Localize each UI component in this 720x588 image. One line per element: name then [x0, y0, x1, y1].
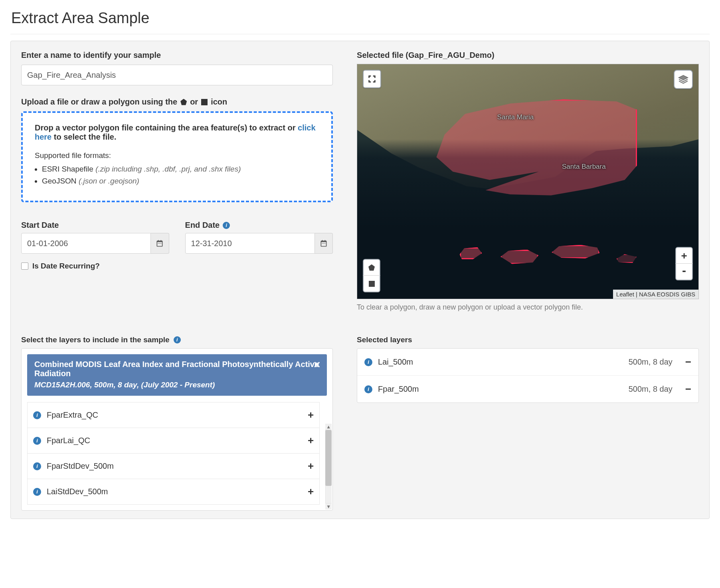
available-layers-panel: Combined MODIS Leaf Area Index and Fract…	[21, 348, 333, 511]
list-item: GeoJSON (.json or .geojson)	[42, 177, 319, 185]
start-date-input[interactable]	[21, 233, 151, 254]
map-attribution: Leaflet | NASA EOSDIS GIBS	[613, 290, 698, 299]
sample-name-input[interactable]	[21, 65, 333, 85]
selected-layer-name: Fpar_500m	[378, 385, 419, 394]
start-date-group	[21, 233, 169, 254]
sample-name-label: Enter a name to identify your sample	[21, 51, 333, 60]
select-layers-label: Select the layers to include in the samp…	[21, 335, 170, 344]
layer-item-name: LaiStdDev_500m	[47, 487, 108, 496]
info-icon[interactable]: i	[174, 336, 181, 343]
upload-hint-or: or	[190, 97, 198, 107]
add-layer-button[interactable]: +	[308, 460, 314, 472]
left-column: Enter a name to identify your sample Upl…	[21, 51, 333, 312]
map-preview[interactable]: Santa Maria Santa Barbara	[357, 64, 699, 299]
map-draw-tools	[363, 259, 380, 292]
end-date-label: End Date i	[185, 221, 333, 230]
available-layer-list: i FparExtra_QC + i FparLai_QC + i FparSt…	[27, 402, 320, 505]
map-layers-button[interactable]	[674, 70, 693, 89]
dropzone-format-list: ESRI Shapefile (.zip including .shp, .db…	[42, 165, 319, 185]
scroll-up-arrow[interactable]: ▲	[325, 424, 332, 430]
close-icon: ✕	[313, 360, 320, 370]
selected-layer-meta: 500m, 8 day	[629, 357, 673, 367]
selected-layer-row: i Fpar_500m 500m, 8 day −	[357, 376, 698, 403]
available-layers-column: Select the layers to include in the samp…	[21, 335, 333, 511]
calendar-icon	[320, 239, 328, 247]
layer-item[interactable]: i FparStdDev_500m +	[27, 454, 320, 479]
end-date-picker-button[interactable]	[315, 233, 333, 254]
layer-item-name: FparLai_QC	[47, 436, 90, 445]
dropzone-text-suffix: to select the file.	[54, 132, 117, 141]
square-icon	[369, 281, 375, 287]
minus-icon: -	[682, 264, 686, 276]
layer-item[interactable]: i LaiStdDev_500m +	[27, 479, 320, 505]
remove-layer-button[interactable]: −	[685, 383, 691, 395]
remove-layer-button[interactable]: −	[685, 356, 691, 368]
layer-item-name: FparExtra_QC	[47, 410, 98, 420]
info-icon[interactable]: i	[33, 462, 41, 470]
map-label-santa-barbara: Santa Barbara	[562, 163, 606, 171]
layer-item-name: FparStdDev_500m	[47, 462, 114, 471]
info-icon[interactable]: i	[364, 385, 372, 393]
info-icon[interactable]: i	[364, 358, 372, 366]
dropzone-text-prefix: Drop a vector polygon file containing th…	[35, 123, 295, 132]
plus-icon: +	[308, 485, 314, 497]
upload-hint: Upload a file or draw a polygon using th…	[21, 97, 333, 107]
start-date-label: Start Date	[21, 221, 169, 230]
page-divider	[10, 34, 710, 34]
info-icon[interactable]: i	[33, 488, 41, 496]
info-icon[interactable]: i	[33, 437, 41, 445]
polygon-draw-icon	[180, 99, 187, 105]
selected-layers-label: Selected layers	[357, 335, 699, 344]
file-dropzone[interactable]: Drop a vector polygon file containing th…	[21, 111, 333, 202]
main-panel: Enter a name to identify your sample Upl…	[10, 41, 710, 519]
selected-layer-meta: 500m, 8 day	[629, 385, 673, 394]
plus-icon: +	[308, 434, 314, 446]
map-draw-rectangle-button[interactable]	[363, 276, 380, 292]
minus-icon: −	[685, 383, 691, 395]
map-zoom-controls: + -	[675, 247, 693, 280]
list-item: ESRI Shapefile (.zip including .shp, .db…	[42, 165, 319, 174]
map-fullscreen-button[interactable]	[363, 70, 381, 88]
selected-layers-column: Selected layers i Lai_500m 500m, 8 day −…	[357, 335, 699, 511]
map-clear-note: To clear a polygon, draw a new polygon o…	[357, 303, 699, 312]
selected-layer-name: Lai_500m	[378, 357, 413, 367]
layer-item[interactable]: i FparLai_QC +	[27, 428, 320, 454]
map-label-santa-maria: Santa Maria	[497, 113, 534, 121]
upload-hint-prefix: Upload a file or draw a polygon using th…	[21, 97, 177, 107]
plus-icon: +	[681, 251, 687, 261]
selected-file-title: Selected file (Gap_Fire_AGU_Demo)	[357, 51, 699, 60]
calendar-icon	[156, 239, 164, 247]
end-date-group	[185, 233, 333, 254]
layers-icon	[678, 74, 688, 85]
start-date-picker-button[interactable]	[151, 233, 169, 254]
add-layer-button[interactable]: +	[308, 409, 314, 421]
add-layer-button[interactable]: +	[308, 434, 314, 447]
selected-layer-row: i Lai_500m 500m, 8 day −	[357, 349, 698, 376]
right-column: Selected file (Gap_Fire_AGU_Demo) Santa …	[357, 51, 699, 312]
layer-product-header[interactable]: Combined MODIS Leaf Area Index and Fract…	[27, 354, 327, 396]
info-icon[interactable]: i	[223, 222, 230, 229]
map-zoom-out-button[interactable]: -	[675, 264, 693, 280]
plus-icon: +	[308, 409, 314, 421]
info-icon[interactable]: i	[33, 411, 41, 419]
upload-hint-suffix: icon	[211, 97, 227, 107]
remove-product-button[interactable]: ✕	[313, 360, 320, 370]
selected-layer-list: i Lai_500m 500m, 8 day − i Fpar_500m 500…	[357, 348, 699, 403]
recurring-date-row[interactable]: Is Date Recurring?	[21, 262, 333, 270]
layer-product-subtitle: MCD15A2H.006, 500m, 8 day, (July 2002 - …	[34, 381, 320, 389]
polygon-icon	[368, 264, 375, 271]
map-draw-polygon-button[interactable]	[363, 260, 380, 276]
fullscreen-icon	[368, 75, 376, 83]
layer-item[interactable]: i FparExtra_QC +	[27, 403, 320, 428]
recurring-date-checkbox[interactable]	[21, 262, 28, 270]
recurring-date-label: Is Date Recurring?	[32, 262, 100, 270]
minus-icon: −	[685, 356, 691, 368]
plus-icon: +	[308, 460, 314, 472]
add-layer-button[interactable]: +	[308, 485, 314, 498]
end-date-input[interactable]	[185, 233, 315, 254]
scrollbar-thumb[interactable]	[325, 430, 332, 486]
map-zoom-in-button[interactable]: +	[675, 248, 693, 264]
scroll-down-arrow[interactable]: ▼	[325, 503, 332, 509]
rectangle-draw-icon	[201, 99, 208, 105]
dropzone-supported-label: Supported file formats:	[35, 151, 319, 160]
